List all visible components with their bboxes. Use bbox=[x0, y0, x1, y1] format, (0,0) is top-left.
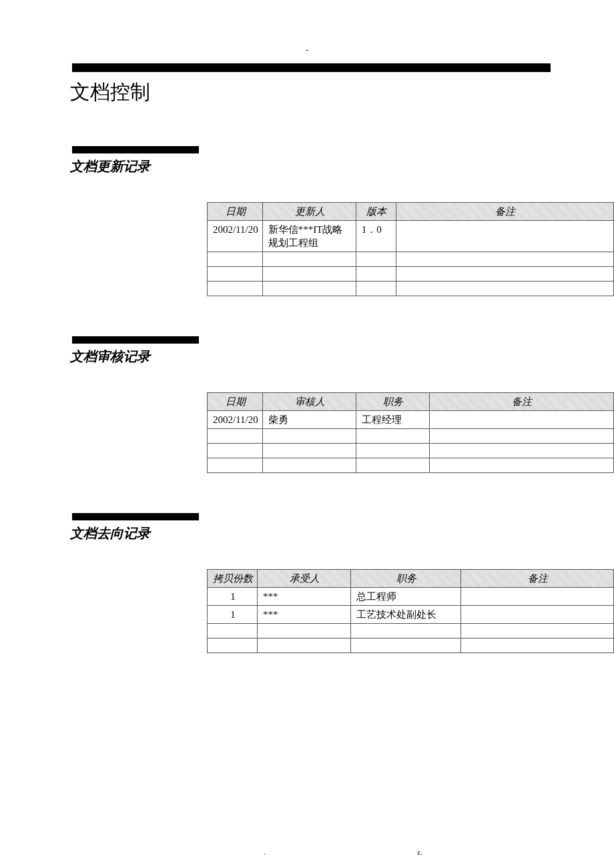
cell: 新华信***IT战略规划工程组 bbox=[262, 221, 356, 252]
th: 备注 bbox=[429, 393, 613, 411]
table-header-row: 日期 审核人 职务 备注 bbox=[208, 393, 614, 411]
table-row bbox=[208, 624, 614, 638]
cell bbox=[208, 252, 263, 267]
cell bbox=[461, 638, 614, 653]
th: 备注 bbox=[461, 570, 614, 588]
table-distribute-wrap: 拷贝份数 承受人 职务 备注 1 *** 总工程师 1 *** 工艺技术处副处长 bbox=[33, 569, 547, 653]
table-review: 日期 审核人 职务 备注 2002/11/20 柴勇 工程经理 bbox=[207, 392, 614, 473]
cell: 柴勇 bbox=[262, 411, 356, 429]
cell bbox=[461, 588, 614, 606]
section-title-review: 文档审核记录 bbox=[70, 348, 581, 366]
cell bbox=[429, 429, 613, 444]
cell bbox=[208, 444, 263, 458]
cell bbox=[356, 429, 429, 444]
section-title-update: 文档更新记录 bbox=[70, 157, 581, 175]
table-row bbox=[208, 444, 614, 458]
cell bbox=[262, 267, 356, 282]
cell bbox=[356, 444, 429, 458]
th: 日期 bbox=[208, 203, 263, 221]
cell bbox=[262, 252, 356, 267]
section-title-distribute: 文档去向记录 bbox=[70, 524, 581, 542]
cell bbox=[356, 252, 396, 267]
cell bbox=[262, 429, 356, 444]
cell bbox=[351, 638, 461, 653]
cell: 工程经理 bbox=[356, 411, 429, 429]
cell bbox=[429, 411, 613, 429]
cell bbox=[208, 282, 263, 296]
th: 拷贝份数 bbox=[208, 570, 258, 588]
cell bbox=[262, 444, 356, 458]
cell: 1 bbox=[208, 606, 258, 624]
cell bbox=[356, 282, 396, 296]
table-header-row: 拷贝份数 承受人 职务 备注 bbox=[208, 570, 614, 588]
cell: *** bbox=[258, 588, 351, 606]
cell bbox=[208, 624, 258, 638]
table-row: 1 *** 总工程师 bbox=[208, 588, 614, 606]
th: 承受人 bbox=[258, 570, 351, 588]
cell bbox=[396, 221, 613, 252]
table-row: 2002/11/20 新华信***IT战略规划工程组 1．0 bbox=[208, 221, 614, 252]
cell bbox=[208, 458, 263, 473]
th: 备注 bbox=[396, 203, 613, 221]
cell bbox=[258, 624, 351, 638]
cell bbox=[258, 638, 351, 653]
cell bbox=[208, 638, 258, 653]
cell bbox=[461, 624, 614, 638]
table-row bbox=[208, 429, 614, 444]
cell bbox=[429, 458, 613, 473]
th: 日期 bbox=[208, 393, 263, 411]
cell bbox=[396, 282, 613, 296]
main-title: 文档控制 bbox=[70, 79, 581, 106]
table-row: 2002/11/20 柴勇 工程经理 bbox=[208, 411, 614, 429]
table-review-wrap: 日期 审核人 职务 备注 2002/11/20 柴勇 工程经理 bbox=[33, 392, 547, 473]
cell bbox=[262, 282, 356, 296]
cell bbox=[356, 458, 429, 473]
table-update-wrap: 日期 更新人 版本 备注 2002/11/20 新华信***IT战略规划工程组 … bbox=[33, 202, 547, 296]
cell: 1．0 bbox=[356, 221, 396, 252]
table-row bbox=[208, 282, 614, 296]
th: 版本 bbox=[356, 203, 396, 221]
cell bbox=[429, 444, 613, 458]
cell: 2002/11/20 bbox=[208, 411, 263, 429]
footer-right: z. bbox=[417, 848, 422, 856]
cell bbox=[396, 252, 613, 267]
section-bar-distribute bbox=[72, 513, 199, 520]
table-row bbox=[208, 252, 614, 267]
top-rule bbox=[72, 63, 551, 72]
cell: 工艺技术处副处长 bbox=[351, 606, 461, 624]
th: 审核人 bbox=[262, 393, 356, 411]
table-distribute: 拷贝份数 承受人 职务 备注 1 *** 总工程师 1 *** 工艺技术处副处长 bbox=[207, 569, 614, 653]
cell bbox=[351, 624, 461, 638]
cell bbox=[262, 458, 356, 473]
cell bbox=[396, 267, 613, 282]
footer-left: . bbox=[264, 848, 266, 856]
cell bbox=[356, 267, 396, 282]
section-bar-update bbox=[72, 146, 199, 153]
cell: *** bbox=[258, 606, 351, 624]
table-header-row: 日期 更新人 版本 备注 bbox=[208, 203, 614, 221]
table-row bbox=[208, 458, 614, 473]
cell bbox=[208, 429, 263, 444]
th: 职务 bbox=[356, 393, 429, 411]
table-row: 1 *** 工艺技术处副处长 bbox=[208, 606, 614, 624]
cell: 2002/11/20 bbox=[208, 221, 263, 252]
section-bar-review bbox=[72, 336, 199, 344]
cell bbox=[208, 267, 263, 282]
th: 职务 bbox=[351, 570, 461, 588]
table-row bbox=[208, 638, 614, 653]
header-mark: - bbox=[306, 45, 308, 55]
cell: 1 bbox=[208, 588, 258, 606]
cell: 总工程师 bbox=[351, 588, 461, 606]
th: 更新人 bbox=[262, 203, 356, 221]
table-update: 日期 更新人 版本 备注 2002/11/20 新华信***IT战略规划工程组 … bbox=[207, 202, 614, 296]
cell bbox=[461, 606, 614, 624]
document-page: - 文档控制 文档更新记录 日期 更新人 版本 备注 2002/11/20 新华… bbox=[0, 0, 614, 868]
table-row bbox=[208, 267, 614, 282]
